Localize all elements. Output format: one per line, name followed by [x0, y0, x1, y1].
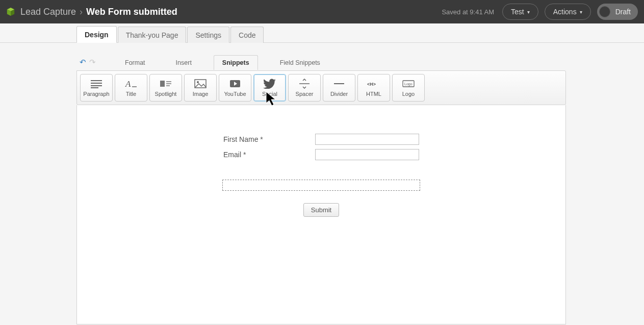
youtube-icon: [228, 79, 242, 89]
snippet-social-label: Social: [262, 91, 277, 97]
snippet-logo-label: Logo: [402, 91, 415, 97]
snippet-social[interactable]: Social: [253, 74, 286, 102]
snippet-youtube-label: YouTube: [224, 91, 246, 97]
tab-design[interactable]: Design: [76, 26, 117, 43]
app-header: Lead Capture › Web Form submitted Saved …: [0, 0, 644, 23]
undo-icon[interactable]: ↶: [80, 58, 86, 66]
snippet-html-label: HTML: [366, 91, 381, 97]
title-icon: A: [124, 79, 138, 89]
snippet-divider-label: Divider: [330, 91, 348, 97]
breadcrumb-parent[interactable]: Lead Capture: [20, 7, 76, 17]
form-canvas[interactable]: First Name * Email * Submit: [76, 105, 566, 324]
snippet-paragraph[interactable]: Paragraph: [80, 74, 113, 102]
toggle-knob-icon: [599, 6, 610, 17]
snippet-divider[interactable]: Divider: [323, 74, 355, 102]
draft-toggle[interactable]: Draft: [597, 4, 638, 20]
spotlight-icon: [159, 79, 172, 89]
snippet-image[interactable]: Image: [184, 74, 217, 102]
spacer-icon: [298, 79, 311, 89]
snippet-spotlight[interactable]: Spotlight: [149, 74, 182, 102]
svg-text:<H>: <H>: [367, 82, 376, 87]
saved-status: Saved at 9:41 AM: [442, 8, 494, 16]
submit-button[interactable]: Submit: [303, 203, 339, 217]
svg-point-14: [197, 81, 199, 83]
snippet-toolbar: Paragraph A Title Spotlight Image YouTub…: [76, 70, 566, 105]
actions-button-label: Actions: [553, 8, 577, 16]
tab-code[interactable]: Code: [230, 27, 264, 43]
svg-rect-9: [160, 81, 165, 87]
tool-tab-snippets[interactable]: Snippets: [214, 55, 258, 70]
html-icon: <H>: [367, 79, 380, 89]
editor-wrapper: ↶ ↷ Format Insert Snippets Field Snippet…: [76, 53, 566, 324]
email-input[interactable]: [315, 149, 419, 160]
chevron-down-icon: ▾: [580, 9, 582, 15]
snippet-youtube[interactable]: YouTube: [219, 74, 251, 102]
first-name-label: First Name *: [223, 135, 315, 143]
draft-label: Draft: [615, 8, 631, 16]
header-left: Lead Capture › Web Form submitted: [6, 7, 442, 17]
redo-icon: ↷: [89, 58, 96, 66]
main-tab-row: Design Thank-you Page Settings Code: [0, 23, 644, 43]
tool-tab-insert[interactable]: Insert: [167, 55, 200, 70]
snippet-spacer[interactable]: Spacer: [288, 74, 321, 102]
test-button-label: Test: [511, 8, 524, 16]
snippet-paragraph-label: Paragraph: [83, 91, 109, 97]
form-row-first-name: First Name *: [223, 134, 419, 145]
tab-thank-you[interactable]: Thank-you Page: [118, 27, 187, 43]
logo-icon: Logo: [402, 79, 415, 89]
breadcrumb-current: Web Form submitted: [86, 7, 177, 17]
snippet-drop-target[interactable]: [222, 180, 420, 191]
snippet-logo[interactable]: Logo Logo: [392, 74, 425, 102]
email-label: Email *: [223, 151, 315, 159]
test-button[interactable]: Test ▾: [502, 4, 538, 20]
image-icon: [194, 79, 207, 89]
svg-text:Logo: Logo: [404, 82, 413, 86]
snippet-spotlight-label: Spotlight: [155, 91, 177, 97]
paragraph-icon: [90, 79, 103, 89]
tab-settings[interactable]: Settings: [187, 27, 229, 43]
form-row-email: Email *: [223, 149, 419, 160]
header-right: Saved at 9:41 AM Test ▾ Actions ▾ Draft: [442, 4, 638, 20]
snippet-title-label: Title: [126, 91, 136, 97]
svg-text:A: A: [125, 79, 131, 88]
first-name-input[interactable]: [315, 134, 419, 145]
toolbar-tab-row: ↶ ↷ Format Insert Snippets Field Snippet…: [76, 53, 566, 70]
breadcrumb-separator: ›: [80, 7, 83, 17]
chevron-down-icon: ▾: [527, 9, 530, 15]
tool-tab-format[interactable]: Format: [116, 55, 154, 70]
snippet-spacer-label: Spacer: [296, 91, 314, 97]
actions-button[interactable]: Actions ▾: [545, 4, 591, 20]
social-icon: [263, 79, 276, 89]
divider-icon: [332, 79, 346, 89]
snippet-html[interactable]: <H> HTML: [357, 74, 390, 102]
snippet-image-label: Image: [193, 91, 209, 97]
tool-tab-field-snippets[interactable]: Field Snippets: [271, 55, 329, 70]
undo-redo-group: ↶ ↷: [80, 58, 96, 66]
app-logo-icon: [6, 7, 15, 16]
snippet-title[interactable]: A Title: [115, 74, 147, 102]
